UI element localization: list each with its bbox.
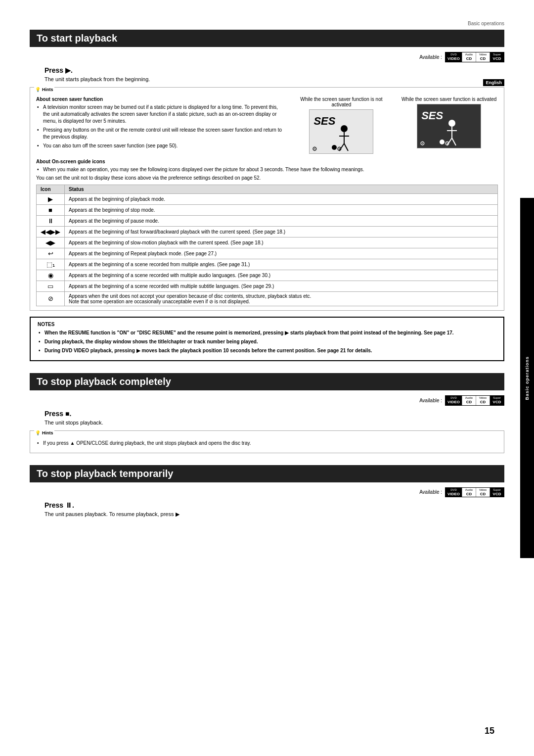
section-label: Basic operations bbox=[468, 21, 504, 26]
guide-status-cell: Appears at the beginning of a scene reco… bbox=[65, 281, 498, 291]
onscreen-note: You can set the unit not to display thes… bbox=[36, 175, 498, 181]
disc-dvd-video-3: DVD VIDEO bbox=[445, 488, 462, 497]
section-pause-playback: To stop playback temporarily Available :… bbox=[30, 465, 504, 518]
screen-saver-title: About screen saver function bbox=[36, 96, 283, 102]
disc-super-vcd: Super VCD bbox=[490, 52, 504, 62]
hints-icon: 💡 bbox=[35, 87, 41, 92]
hints-label-start: 💡 Hints bbox=[34, 87, 54, 92]
note-item: When the RESUME function is "ON" or "DIS… bbox=[38, 330, 496, 336]
guide-icon-cell: ▭ bbox=[37, 281, 65, 291]
soccer-svg-1: ⚙ ⚙ bbox=[310, 119, 364, 153]
guide-status-cell: Appears at the beginning of stop mode. bbox=[65, 204, 498, 215]
section-start-playback: To start playback Available : DVD VIDEO … bbox=[30, 30, 504, 361]
soccer-svg-2: ⚙ ⚙ bbox=[417, 113, 472, 148]
stop-hints-list: If you press ▲ OPEN/CLOSE during playbac… bbox=[36, 440, 498, 447]
guide-icon-cell: ■ bbox=[37, 204, 65, 215]
onscreen-bullet-1: When you make an operation, you may see … bbox=[36, 166, 498, 173]
svg-point-5 bbox=[332, 145, 337, 150]
guide-table-row: ▶Appears at the beginning of playback mo… bbox=[37, 193, 498, 204]
guide-table-row: ◀▶Appears at the beginning of slow-motio… bbox=[37, 237, 498, 248]
guide-table-row: ◉Appears at the beginning of a scene rec… bbox=[37, 270, 498, 281]
guide-table-row: ▭Appears at the beginning of a scene rec… bbox=[37, 281, 498, 291]
col-status: Status bbox=[65, 185, 498, 193]
press-stop-sub: The unit stops playback. bbox=[44, 420, 504, 425]
available-row-pause: Available : DVD VIDEO Audio CD Video CD … bbox=[30, 487, 504, 498]
guide-icon-cell: ▶ bbox=[37, 193, 65, 204]
notes-title: NOTES bbox=[38, 322, 496, 327]
available-row-stop: Available : DVD VIDEO Audio CD Video CD … bbox=[30, 395, 504, 406]
svg-text:⚙: ⚙ bbox=[337, 145, 342, 152]
guide-icon-cell: ◀◀▶▶ bbox=[37, 226, 65, 237]
disc-video-cd-2: Video CD bbox=[476, 396, 490, 405]
guide-icon-cell: ⏸ bbox=[37, 215, 65, 226]
screen-saver-not-activated-img: SES bbox=[309, 109, 373, 154]
about-onscreen: About On-screen guide icons When you mak… bbox=[36, 159, 498, 306]
svg-line-12 bbox=[452, 138, 456, 145]
about-onscreen-bullets: When you make an operation, you may see … bbox=[36, 166, 498, 173]
guide-status-cell: Appears at the beginning of a scene reco… bbox=[65, 259, 498, 270]
screen-saver-not-activated-label: While the screen saver function is not a… bbox=[293, 96, 391, 107]
disc-group-start: DVD VIDEO Audio CD Video CD Super VCD bbox=[445, 52, 504, 62]
hints-left-start: About screen saver function A television… bbox=[36, 96, 283, 154]
notes-list: When the RESUME function is "ON" or "DIS… bbox=[38, 330, 496, 354]
guide-table-row: ⊘Appears when the unit does not accept y… bbox=[37, 291, 498, 306]
svg-text:⚙: ⚙ bbox=[420, 140, 425, 147]
screen-saver-activated-img: SES ⚙ ⚙ bbox=[417, 104, 481, 148]
hints-content-stop: If you press ▲ OPEN/CLOSE during playbac… bbox=[36, 440, 498, 447]
side-tab-container: Basic operations bbox=[520, 198, 534, 558]
svg-text:⚙: ⚙ bbox=[312, 145, 317, 152]
disc-video-cd-3: Video CD bbox=[476, 488, 490, 497]
press-play-line: Press ▶. bbox=[44, 66, 504, 74]
guide-table-row: ⬚₁Appears at the beginning of a scene re… bbox=[37, 259, 498, 270]
press-play-sub: The unit starts playback from the beginn… bbox=[44, 76, 504, 82]
section-title-pause: To stop playback temporarily bbox=[30, 465, 504, 482]
svg-point-8 bbox=[448, 120, 455, 127]
about-onscreen-title: About On-screen guide icons bbox=[36, 159, 498, 164]
guide-table-row: ■Appears at the beginning of stop mode. bbox=[37, 204, 498, 215]
disc-audio-cd-3: Audio CD bbox=[462, 488, 476, 497]
disc-group-stop: DVD VIDEO Audio CD Video CD Super VCD bbox=[445, 395, 504, 406]
guide-icon-cell: ◀▶ bbox=[37, 237, 65, 248]
hints-icon-2: 💡 bbox=[35, 430, 41, 435]
note-item: During playback, the display window show… bbox=[38, 338, 496, 345]
disc-audio-cd: Audio CD bbox=[462, 52, 476, 62]
guide-table-row: ◀◀▶▶Appears at the beginning of fast for… bbox=[37, 226, 498, 237]
guide-status-cell: Appears at the beginning of fast forward… bbox=[65, 226, 498, 237]
available-label-start: Available : bbox=[419, 54, 442, 60]
bullet-2: Pressing any buttons on the unit or the … bbox=[36, 127, 283, 141]
page-number: 15 bbox=[485, 726, 494, 736]
hints-label-stop: 💡 Hints bbox=[34, 430, 54, 435]
guide-table-row: ⏸Appears at the beginning of pause mode. bbox=[37, 215, 498, 226]
press-stop-line: Press ■. bbox=[44, 410, 504, 418]
hints-content-start: About screen saver function A television… bbox=[36, 96, 498, 306]
section-title-start: To start playback bbox=[30, 30, 504, 47]
disc-super-vcd-2: Super VCD bbox=[490, 396, 504, 405]
notes-box-start: NOTES When the RESUME function is "ON" o… bbox=[30, 317, 504, 361]
svg-point-0 bbox=[341, 125, 348, 132]
section-title-stop: To stop playback completely bbox=[30, 373, 504, 390]
disc-super-vcd-3: Super VCD bbox=[490, 488, 504, 497]
disc-dvd-video: DVD VIDEO bbox=[445, 52, 462, 62]
svg-point-13 bbox=[440, 140, 445, 144]
available-label-stop: Available : bbox=[419, 398, 442, 403]
guide-status-cell: Appears at the beginning of playback mod… bbox=[65, 193, 498, 204]
guide-status-cell: Appears when the unit does not accept yo… bbox=[65, 291, 498, 306]
col-icon: Icon bbox=[37, 185, 65, 193]
disc-video-cd: Video CD bbox=[476, 52, 490, 62]
disc-dvd-video-2: DVD VIDEO bbox=[445, 396, 462, 405]
note-item: During DVD VIDEO playback, pressing ▶ mo… bbox=[38, 347, 496, 354]
screen-saver-bullets: A television monitor screen may be burne… bbox=[36, 104, 283, 149]
guide-table-row: ↩Appears at the beginning of Repeat play… bbox=[37, 248, 498, 259]
screen-saver-activated: While the screen saver function is activ… bbox=[400, 96, 498, 154]
guide-table: Icon Status ▶Appears at the beginning of… bbox=[36, 185, 498, 306]
guide-icon-cell: ⬚₁ bbox=[37, 259, 65, 270]
svg-line-4 bbox=[344, 143, 348, 151]
disc-audio-cd-2: Audio CD bbox=[462, 396, 476, 405]
section-stop-playback: To stop playback completely Available : … bbox=[30, 373, 504, 453]
bullet-3: You can also turn off the screen saver f… bbox=[36, 142, 283, 149]
disc-group-pause: DVD VIDEO Audio CD Video CD Super VCD bbox=[445, 487, 504, 498]
side-tab-text: Basic operations bbox=[525, 356, 530, 400]
guide-status-cell: Appears at the beginning of Repeat playb… bbox=[65, 248, 498, 259]
available-row-start: Available : DVD VIDEO Audio CD Video CD … bbox=[30, 52, 504, 62]
press-pause-line: Press ⏸. bbox=[44, 501, 504, 509]
